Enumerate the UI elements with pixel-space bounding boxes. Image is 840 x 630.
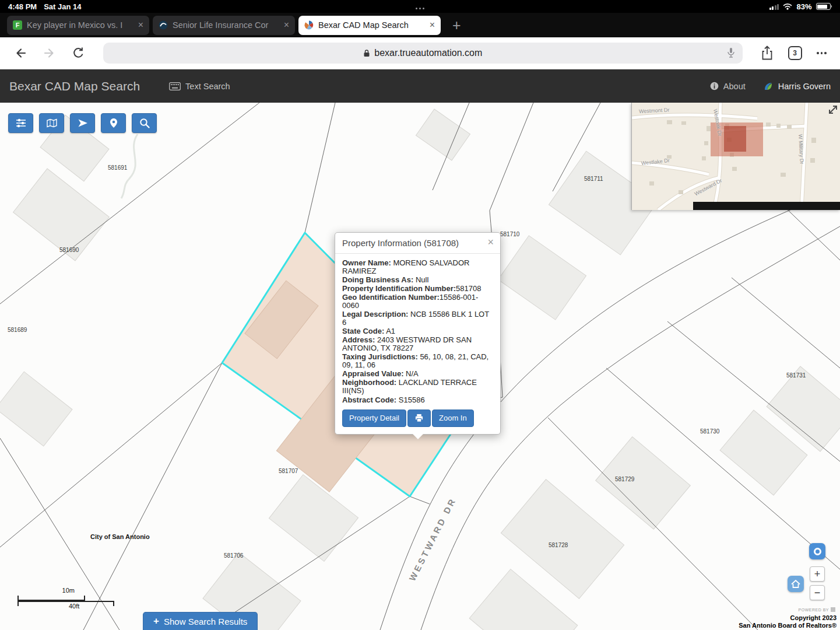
popup-title: Property Information (581708) <box>342 238 459 248</box>
property-field: Abstract Code: S15586 <box>342 396 493 404</box>
popup-header: Property Information (581708) × <box>335 233 500 254</box>
property-detail-button[interactable]: Property Detail <box>342 410 406 427</box>
header-right: About Harris Govern <box>710 81 831 92</box>
mic-icon[interactable] <box>727 47 735 61</box>
status-date: Sat Jan 14 <box>44 2 81 11</box>
expand-icon[interactable] <box>827 104 839 116</box>
scale-metric-label: 10m <box>62 587 75 594</box>
airplane-icon <box>78 118 88 128</box>
harris-govern-brand[interactable]: Harris Govern <box>763 81 831 92</box>
text-search-link[interactable]: Text Search <box>169 82 230 91</box>
show-search-results-button[interactable]: + Show Search Results <box>143 612 258 630</box>
address-bar[interactable]: bexar.trueautomation.com <box>103 43 743 64</box>
fly-to-button[interactable] <box>70 113 95 133</box>
print-button[interactable] <box>407 410 431 427</box>
property-field: Geo Identification Number:15586-001-0060 <box>342 293 493 310</box>
scale-metric-bar: 10m <box>17 596 85 601</box>
overview-map[interactable]: Westmont DrWestoak DrWestlake DrW Milita… <box>631 103 840 210</box>
property-info-popup: Property Information (581708) × Owner Na… <box>335 232 501 435</box>
popup-zoom-in-button[interactable]: Zoom In <box>432 410 474 427</box>
search-button[interactable] <box>132 113 157 133</box>
tab-bexar-cad[interactable]: Bexar CAD Map Search × <box>298 16 441 35</box>
sliders-icon <box>16 118 26 128</box>
about-label: About <box>723 82 746 91</box>
map-icon <box>47 118 57 128</box>
tab-senior-life[interactable]: Senior Life Insurance Cor × <box>153 16 295 35</box>
forward-arrow-icon <box>42 46 57 61</box>
news-site-favicon: F <box>13 20 22 30</box>
property-field: Legal Description: NCB 15586 BLK 1 LOT 6 <box>342 310 493 327</box>
overview-map-canvas <box>632 103 840 210</box>
about-link[interactable]: About <box>710 82 746 91</box>
keyboard-icon <box>169 82 181 90</box>
property-field: Address: 2403 WESTWARD DR SAN ANTONIO, T… <box>342 336 493 352</box>
back-arrow-icon <box>13 46 28 61</box>
tab-title: Key player in Mexico vs. I <box>27 20 133 30</box>
powered-by-label: POWERED BY <box>799 608 829 612</box>
stream-line <box>121 134 138 198</box>
site-header: Bexar CAD Map Search Text Search About H… <box>0 69 840 103</box>
bexar-cad-favicon <box>304 20 314 30</box>
powered-by-badge: POWERED BY <box>799 607 835 612</box>
tab-title: Senior Life Insurance Cor <box>173 20 279 30</box>
reload-icon <box>71 46 86 61</box>
close-tab-icon[interactable]: × <box>430 20 435 30</box>
ipad-screen: 4:48 PM Sat Jan 14 83% F Key player in M… <box>0 0 840 630</box>
close-popup-icon[interactable]: × <box>487 237 494 247</box>
map-toolbar <box>8 113 157 133</box>
map-zoom-out-button[interactable]: − <box>810 585 825 600</box>
forward-button[interactable] <box>42 46 57 61</box>
scale-imperial-bar: 40ft <box>17 601 114 606</box>
home-extent-button[interactable] <box>788 576 804 592</box>
copyright-notice: Copyright 2023 San Antonio Board of Real… <box>739 614 837 629</box>
cellular-signal-icon <box>769 4 779 10</box>
property-field: State Code: A1 <box>342 327 493 335</box>
share-icon <box>760 45 774 61</box>
home-icon <box>791 580 800 588</box>
close-tab-icon[interactable]: × <box>138 20 143 30</box>
map-zoom-in-button[interactable]: + <box>810 566 825 582</box>
more-button[interactable] <box>816 52 828 54</box>
property-field: Doing Business As: Null <box>342 276 493 284</box>
plus-icon: + <box>153 615 159 627</box>
city-label: City of San Antonio <box>90 533 150 540</box>
layers-filter-button[interactable] <box>8 113 33 133</box>
back-button[interactable] <box>13 46 28 61</box>
lock-icon <box>363 49 370 57</box>
clock: 4:48 PM <box>8 2 37 11</box>
share-button[interactable] <box>760 45 774 61</box>
tabs-button[interactable]: 3 <box>788 46 802 60</box>
battery-percent: 83% <box>796 2 811 11</box>
property-field: Taxing Jurisdictions: 56, 10, 08, 21, CA… <box>342 353 493 369</box>
wifi-icon <box>783 3 792 10</box>
site-title: Bexar CAD Map Search <box>9 79 140 93</box>
new-tab-button[interactable]: + <box>452 18 461 33</box>
reload-button[interactable] <box>71 46 86 61</box>
brand-label: Harris Govern <box>778 82 831 91</box>
basemap-button[interactable] <box>39 113 64 133</box>
location-pin-icon <box>110 118 118 128</box>
property-field: Neighborhood: LACKLAND TERRACE III(NS) <box>342 379 493 395</box>
show-search-results-label: Show Search Results <box>164 617 247 626</box>
info-icon <box>710 82 719 90</box>
battery-icon <box>816 3 832 10</box>
compass-ring-icon <box>814 548 821 555</box>
browser-toolbar: bexar.trueautomation.com 3 <box>0 37 840 69</box>
location-pin-button[interactable] <box>101 113 126 133</box>
popup-body: Owner Name: MORENO SALVADOR RAMIREZDoing… <box>335 254 500 434</box>
map-area: 5816915816905816895817115817105817315817… <box>0 103 840 630</box>
status-bar: 4:48 PM Sat Jan 14 83% <box>0 0 840 13</box>
property-field: Owner Name: MORENO SALVADOR RAMIREZ <box>342 259 493 275</box>
tab-key-player[interactable]: F Key player in Mexico vs. I × <box>7 16 149 35</box>
tab-count-badge: 3 <box>788 46 802 60</box>
scale-imperial-label: 40ft <box>69 603 79 610</box>
text-search-label: Text Search <box>185 82 230 91</box>
close-tab-icon[interactable]: × <box>284 20 289 30</box>
url-text: bexar.trueautomation.com <box>374 48 482 58</box>
status-right: 83% <box>769 2 832 11</box>
scale-bar: 10m 40ft <box>17 596 114 606</box>
reset-orientation-button[interactable] <box>809 543 825 559</box>
tab-bar: F Key player in Mexico vs. I × Senior Li… <box>0 13 840 37</box>
property-fields: Owner Name: MORENO SALVADOR RAMIREZDoing… <box>342 259 493 404</box>
insurance-site-favicon <box>159 20 168 30</box>
